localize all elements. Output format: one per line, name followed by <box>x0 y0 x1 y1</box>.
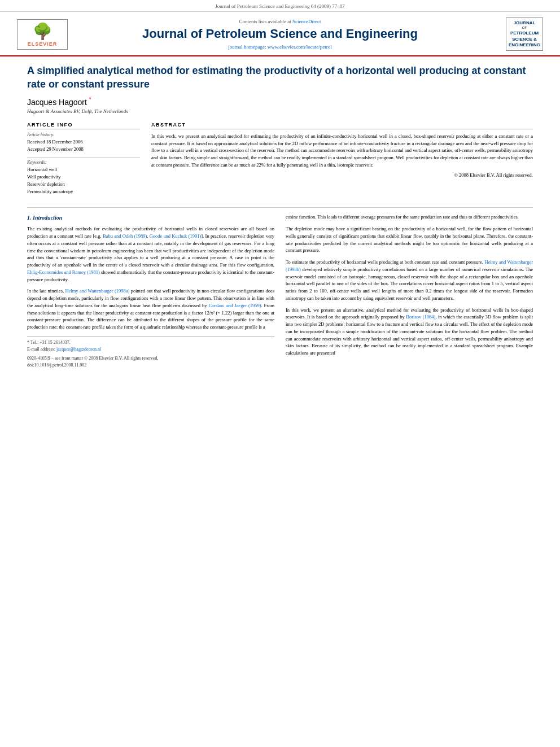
main-content: A simplified analytical method for estim… <box>0 56 560 374</box>
journal-header: 🌳 ELSEVIER Contents lists available at S… <box>0 12 560 56</box>
journal-citation: Journal of Petroleum Science and Enginee… <box>0 0 560 12</box>
author-name: Jacques Hagoort * <box>27 97 533 107</box>
page: Journal of Petroleum Science and Enginee… <box>0 0 560 747</box>
article-info: ARTICLE INFO Article history: Received 1… <box>27 122 140 200</box>
jpse-box: JOURNAL OF PETROLEUM SCIENCE & ENGINEERI… <box>506 18 543 51</box>
article-info-abstract: ARTICLE INFO Article history: Received 1… <box>27 122 533 200</box>
body-para-col2-3: To estimate the productivity of horizont… <box>286 259 533 302</box>
keywords: Keywords: Horizontal well Well productiv… <box>27 160 140 195</box>
body-col-right: cosine function. This leads to different… <box>286 213 533 369</box>
journal-title: Journal of Petroleum Science and Enginee… <box>68 27 492 41</box>
ref-carslaw[interactable]: Carslaw and Jaeger (1959) <box>208 303 261 308</box>
homepage-line: journal homepage: www.elsevier.com/locat… <box>68 44 492 50</box>
body-col-left: 1. Introduction The existing analytical … <box>27 213 274 369</box>
elsevier-text: ELSEVIER <box>28 41 58 47</box>
journal-center: Contents lists available at ScienceDirec… <box>68 19 492 49</box>
ref-helmy-a[interactable]: Helmy and Wattenbarger (1998a) <box>65 288 129 294</box>
section1-heading: 1. Introduction <box>27 213 274 222</box>
sciencedirect-link[interactable]: ScienceDirect <box>292 19 321 24</box>
footnote-email-link[interactable]: jacques@hagrzdemon.nl <box>56 347 101 352</box>
journal-logo-right: JOURNAL OF PETROLEUM SCIENCE & ENGINEERI… <box>492 18 543 51</box>
abstract-text: In this work, we present an analytical m… <box>151 133 533 169</box>
footnote-area: * Tel.: +31 15 2614037. E-mail address: … <box>27 337 274 369</box>
ref-borisov[interactable]: Borisov (1964) <box>406 314 435 320</box>
contents-line: Contents lists available at ScienceDirec… <box>68 19 492 24</box>
article-info-label: ARTICLE INFO <box>27 122 140 129</box>
ref-helmy-b[interactable]: Helmy and Wattenbarger (1998b) <box>286 259 533 272</box>
ref-babu[interactable]: Babu and Odeh (1989) <box>103 233 147 239</box>
section-divider <box>27 207 533 208</box>
footnote-doi: doi:10.1016/j.petrol.2008.11.002 <box>27 362 274 369</box>
homepage-link[interactable]: journal homepage: www.elsevier.com/locat… <box>228 44 331 50</box>
body-para-col2-1: cosine function. This leads to different… <box>286 213 533 221</box>
elsevier-logo: 🌳 ELSEVIER <box>17 19 68 50</box>
article-title: A simplified analytical method for estim… <box>27 64 533 91</box>
body-para-col2-2: The depletion mode may have a significan… <box>286 225 533 254</box>
abstract-section: ABSTRACT In this work, we present an ana… <box>151 122 533 200</box>
abstract-label: ABSTRACT <box>151 122 533 129</box>
citation-text: Journal of Petroleum Science and Enginee… <box>215 3 344 9</box>
copyright: © 2008 Elsevier B.V. All rights reserved… <box>151 172 533 178</box>
footnote-email: E-mail address: jacques@hagrzdemon.nl <box>27 346 274 353</box>
footnote-issn: 0920-4105/$ – see front matter © 2008 El… <box>27 355 274 362</box>
affiliation: Hagoort & Associates BV, Delft, The Neth… <box>27 108 533 114</box>
tree-icon: 🌳 <box>20 22 65 41</box>
body-para-col2-4: In this work, we present an alternative,… <box>286 307 533 357</box>
body-para-2: In the late nineties, Helmy and Wattenba… <box>27 287 274 331</box>
ref-ehlig[interactable]: Ehlig-Economides and Ramey (1981) <box>27 269 100 275</box>
body-para-1: The existing analytical methods for eval… <box>27 225 274 283</box>
article-history: Article history: Received 18 December 20… <box>27 132 140 153</box>
body-content: 1. Introduction The existing analytical … <box>27 213 533 369</box>
footnote-tel: * Tel.: +31 15 2614037. <box>27 339 274 346</box>
ref-goode[interactable]: Goode and Kuchuk (1991) <box>150 233 202 239</box>
